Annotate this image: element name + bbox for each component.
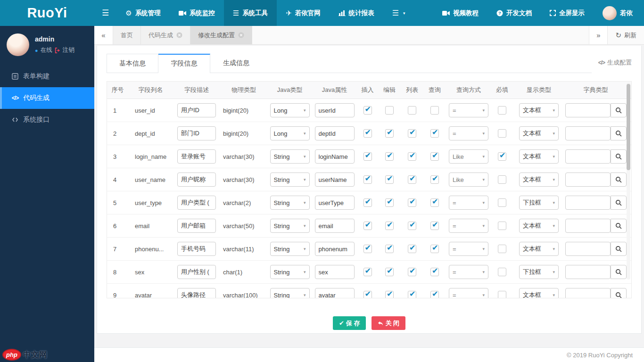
java-type-select[interactable]: String▾ xyxy=(270,149,310,164)
dict-search-button[interactable] xyxy=(611,173,627,187)
menu-item-system-manage[interactable]: ⚙ 系统管理 xyxy=(116,0,169,26)
edit-checkbox[interactable] xyxy=(385,291,394,298)
list-checkbox[interactable] xyxy=(408,106,416,115)
edit-checkbox[interactable] xyxy=(385,198,394,207)
list-checkbox[interactable] xyxy=(408,175,416,184)
display-type-select[interactable]: 文本框▾ xyxy=(519,173,559,187)
description-input[interactable] xyxy=(177,288,216,298)
required-checkbox[interactable] xyxy=(498,175,506,184)
tab-gen-info[interactable]: 生成信息 xyxy=(210,54,262,73)
menu-item-fullscreen[interactable]: 全屏显示 xyxy=(541,0,594,26)
required-checkbox[interactable] xyxy=(498,291,506,298)
java-type-select[interactable]: Long▾ xyxy=(270,103,310,117)
dict-search-button[interactable] xyxy=(611,219,627,233)
required-checkbox[interactable] xyxy=(498,152,506,161)
java-type-select[interactable]: Long▾ xyxy=(270,126,310,140)
edit-checkbox[interactable] xyxy=(385,152,394,161)
user-menu-button[interactable]: 若依 xyxy=(594,0,644,26)
required-checkbox[interactable] xyxy=(498,222,506,230)
insert-checkbox[interactable] xyxy=(363,198,372,207)
insert-checkbox[interactable] xyxy=(363,291,372,298)
required-checkbox[interactable] xyxy=(498,245,506,253)
display-type-select[interactable]: 文本框▾ xyxy=(519,149,559,164)
description-input[interactable] xyxy=(177,126,216,140)
display-type-select[interactable]: 下拉框▾ xyxy=(519,196,559,210)
description-input[interactable] xyxy=(177,219,216,233)
java-attr-input[interactable] xyxy=(315,149,355,164)
dict-type-input[interactable] xyxy=(565,242,611,256)
dict-search-button[interactable] xyxy=(611,288,627,298)
dict-type-input[interactable] xyxy=(565,219,611,233)
list-checkbox[interactable] xyxy=(408,245,416,253)
query-mode-select[interactable]: =▾ xyxy=(449,288,488,298)
java-type-select[interactable]: String▾ xyxy=(270,288,310,298)
dict-search-button[interactable] xyxy=(611,149,627,164)
list-checkbox[interactable] xyxy=(408,268,416,276)
dict-search-button[interactable] xyxy=(611,126,627,140)
insert-checkbox[interactable] xyxy=(363,222,372,230)
dict-search-button[interactable] xyxy=(611,265,627,279)
query-mode-select[interactable]: =▾ xyxy=(449,242,488,256)
edit-checkbox[interactable] xyxy=(385,129,394,138)
query-mode-select[interactable]: Like▾ xyxy=(449,173,488,187)
list-checkbox[interactable] xyxy=(408,222,416,230)
required-checkbox[interactable] xyxy=(498,268,506,276)
scrollbar-thumb[interactable] xyxy=(627,84,630,170)
java-type-select[interactable]: String▾ xyxy=(270,196,310,210)
query-checkbox[interactable] xyxy=(430,268,439,276)
description-input[interactable] xyxy=(177,242,216,256)
app-logo[interactable]: RuoYi xyxy=(0,0,94,26)
query-checkbox[interactable] xyxy=(430,152,439,161)
description-input[interactable] xyxy=(177,196,216,210)
insert-checkbox[interactable] xyxy=(363,175,372,184)
description-input[interactable] xyxy=(177,265,216,279)
java-attr-input[interactable] xyxy=(315,173,355,187)
insert-checkbox[interactable] xyxy=(363,268,372,276)
menu-item-system-monitor[interactable]: 系统监控 xyxy=(170,0,224,26)
query-checkbox[interactable] xyxy=(430,222,439,230)
dict-search-button[interactable] xyxy=(611,103,627,117)
display-type-select[interactable]: 文本框▾ xyxy=(519,126,559,140)
query-checkbox[interactable] xyxy=(430,291,439,298)
java-attr-input[interactable] xyxy=(315,103,355,117)
avatar[interactable] xyxy=(7,33,29,56)
java-type-select[interactable]: String▾ xyxy=(270,219,310,233)
sidebar-toggle-button[interactable]: ☰ xyxy=(94,0,116,26)
page-tab-code-generator[interactable]: 代码生成 xyxy=(141,26,190,44)
java-attr-input[interactable] xyxy=(315,196,355,210)
dict-type-input[interactable] xyxy=(565,265,611,279)
query-mode-select[interactable]: =▾ xyxy=(449,196,488,210)
list-checkbox[interactable] xyxy=(408,291,416,298)
list-checkbox[interactable] xyxy=(408,129,416,138)
page-tab-home[interactable]: 首页 xyxy=(113,26,141,44)
scroll-tabs-left-button[interactable]: « xyxy=(94,26,113,44)
java-attr-input[interactable] xyxy=(315,219,355,233)
description-input[interactable] xyxy=(177,173,216,187)
page-tab-edit-gen-config[interactable]: 修改生成配置 xyxy=(190,26,252,44)
query-checkbox[interactable] xyxy=(430,129,439,138)
java-attr-input[interactable] xyxy=(315,242,355,256)
tab-field-info[interactable]: 字段信息 xyxy=(158,54,210,73)
required-checkbox[interactable] xyxy=(498,129,506,138)
query-mode-select[interactable]: =▾ xyxy=(449,126,488,140)
menu-dropdown-button[interactable]: ☰ ▾ xyxy=(383,0,414,26)
description-input[interactable] xyxy=(177,103,216,117)
java-attr-input[interactable] xyxy=(315,126,355,140)
menu-item-official-site[interactable]: ✈ 若依官网 xyxy=(277,0,330,26)
query-mode-select[interactable]: Like▾ xyxy=(449,149,488,164)
dict-search-button[interactable] xyxy=(611,242,627,256)
query-mode-select[interactable]: =▾ xyxy=(449,265,488,279)
insert-checkbox[interactable] xyxy=(363,152,372,161)
edit-checkbox[interactable] xyxy=(385,268,394,276)
dict-type-input[interactable] xyxy=(565,103,611,117)
menu-item-report[interactable]: 统计报表 xyxy=(330,0,383,26)
java-attr-input[interactable] xyxy=(315,288,355,298)
insert-checkbox[interactable] xyxy=(363,106,372,115)
insert-checkbox[interactable] xyxy=(363,129,372,138)
required-checkbox[interactable] xyxy=(498,198,506,207)
logout-link[interactable]: 注销 xyxy=(63,46,74,54)
menu-item-video-tutorial[interactable]: 视频教程 xyxy=(433,0,487,26)
sidebar-item-code-generator[interactable]: </> 代码生成 xyxy=(0,87,94,109)
dict-search-button[interactable] xyxy=(611,196,627,210)
insert-checkbox[interactable] xyxy=(363,245,372,253)
